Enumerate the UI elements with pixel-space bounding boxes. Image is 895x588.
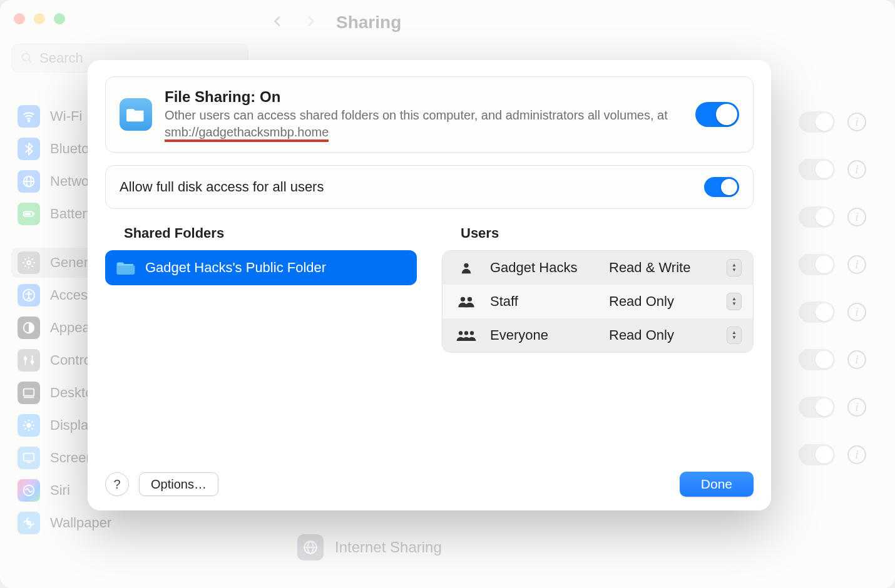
permission-stepper[interactable]: ▲▼: [727, 259, 742, 276]
info-button[interactable]: i: [847, 160, 866, 179]
control-icon: [18, 349, 40, 372]
permission-stepper[interactable]: ▲▼: [727, 293, 742, 310]
svg-point-14: [24, 357, 27, 360]
sidebar-item-label: Wallpaper: [50, 515, 111, 531]
file-sharing-modal: File Sharing: On Other users can access …: [88, 60, 771, 510]
chevron-left-icon: [271, 13, 285, 30]
network-icon: [18, 170, 40, 193]
forward-button[interactable]: [304, 13, 317, 33]
file-sharing-title: File Sharing: On: [165, 88, 683, 106]
svg-point-2: [28, 120, 29, 121]
svg-point-0: [23, 54, 30, 61]
full-disk-card: Allow full disk access for all users: [105, 165, 754, 209]
file-sharing-description: Other users can access shared folders on…: [165, 107, 683, 141]
svg-point-16: [31, 361, 34, 363]
sidebar-item-label: Wi-Fi: [50, 108, 82, 124]
svg-point-9: [27, 261, 31, 265]
info-button[interactable]: i: [847, 398, 866, 417]
siri-icon: [18, 479, 40, 502]
battery-icon: [18, 203, 40, 225]
desktop-icon: [18, 382, 40, 404]
bg-toggle[interactable]: [799, 159, 835, 180]
bg-toggle[interactable]: [799, 397, 835, 418]
bg-toggle[interactable]: [799, 254, 835, 275]
internet-sharing-row[interactable]: Internet Sharing: [271, 534, 884, 560]
svg-point-36: [461, 297, 465, 302]
appearance-icon: [18, 317, 40, 339]
permission-stepper[interactable]: ▲▼: [727, 327, 742, 344]
info-button[interactable]: i: [847, 445, 866, 464]
traffic-lights: [14, 13, 65, 24]
displays-icon: [18, 414, 40, 437]
bluetooth-icon: [18, 138, 40, 160]
minimize-window-button[interactable]: [34, 13, 45, 24]
user-row[interactable]: StaffRead Only▲▼: [442, 285, 753, 318]
user-name: Gadget Hacks: [490, 260, 598, 276]
full-disk-toggle[interactable]: [704, 177, 739, 197]
svg-rect-28: [24, 454, 34, 461]
info-button[interactable]: i: [847, 350, 866, 369]
close-window-button[interactable]: [14, 13, 25, 24]
permission-label: Read Only: [609, 293, 715, 310]
svg-rect-17: [24, 389, 34, 396]
smb-address[interactable]: smb://gadgethacksmbp.home: [165, 125, 329, 142]
svg-rect-8: [25, 213, 31, 215]
wallpaper-icon: [18, 512, 40, 534]
user-icon: [454, 261, 479, 275]
folder-icon: [116, 260, 135, 275]
gear-icon: [18, 251, 40, 274]
sidebar-item-label: Siri: [50, 482, 70, 499]
bg-toggle[interactable]: [799, 444, 835, 465]
folder-name: Gadget Hacks's Public Folder: [145, 260, 326, 276]
svg-point-39: [464, 331, 468, 335]
users-title: Users: [461, 225, 754, 241]
options-button[interactable]: Options…: [139, 472, 218, 496]
modal-footer: ? Options… Done: [105, 472, 754, 497]
content-header: Sharing: [271, 3, 884, 43]
svg-line-24: [25, 422, 26, 423]
user-row[interactable]: EveryoneRead Only▲▼: [442, 318, 753, 352]
svg-point-35: [464, 263, 468, 268]
back-button[interactable]: [271, 13, 285, 33]
search-placeholder: Search: [39, 50, 83, 66]
svg-line-1: [29, 60, 31, 63]
permission-label: Read & Write: [609, 260, 715, 276]
globe-icon: [297, 534, 324, 560]
info-button[interactable]: i: [847, 208, 866, 226]
done-button[interactable]: Done: [680, 472, 754, 497]
accessibility-icon: [18, 284, 40, 307]
file-sharing-toggle[interactable]: [695, 102, 739, 127]
full-disk-label: Allow full disk access for all users: [120, 179, 324, 195]
user-icon: [454, 328, 479, 342]
zoom-window-button[interactable]: [54, 13, 65, 24]
svg-rect-7: [33, 213, 34, 215]
svg-point-38: [459, 331, 463, 335]
search-icon: [21, 52, 33, 64]
svg-line-25: [32, 428, 33, 430]
sidebar-item-wallpaper[interactable]: Wallpaper: [11, 508, 248, 538]
shared-folder-item[interactable]: Gadget Hacks's Public Folder: [105, 250, 417, 285]
bg-toggle[interactable]: [799, 111, 835, 133]
folder-share-icon: [120, 98, 152, 131]
bg-toggle[interactable]: [799, 206, 835, 228]
info-button[interactable]: i: [847, 113, 866, 131]
svg-point-11: [28, 291, 30, 294]
help-button[interactable]: ?: [105, 472, 129, 496]
shared-folders-title: Shared Folders: [124, 225, 417, 241]
internet-sharing-label: Internet Sharing: [335, 539, 442, 556]
settings-window: Search Wi-FiBluetoothNetworkBatteryGener…: [0, 0, 895, 588]
svg-line-26: [25, 428, 26, 430]
page-title: Sharing: [336, 13, 401, 33]
info-button[interactable]: i: [847, 255, 866, 274]
info-button[interactable]: i: [847, 303, 866, 322]
svg-point-19: [26, 423, 31, 427]
user-row[interactable]: Gadget HacksRead & Write▲▼: [442, 251, 753, 285]
users-list: Gadget HacksRead & Write▲▼StaffRead Only…: [442, 250, 754, 353]
file-sharing-card: File Sharing: On Other users can access …: [105, 76, 754, 153]
bg-toggle[interactable]: [799, 302, 835, 323]
bg-toggle[interactable]: [799, 349, 835, 370]
user-icon: [454, 295, 479, 308]
wifi-icon: [18, 105, 40, 128]
chevron-right-icon: [304, 13, 317, 30]
screensaver-icon: [18, 447, 40, 469]
